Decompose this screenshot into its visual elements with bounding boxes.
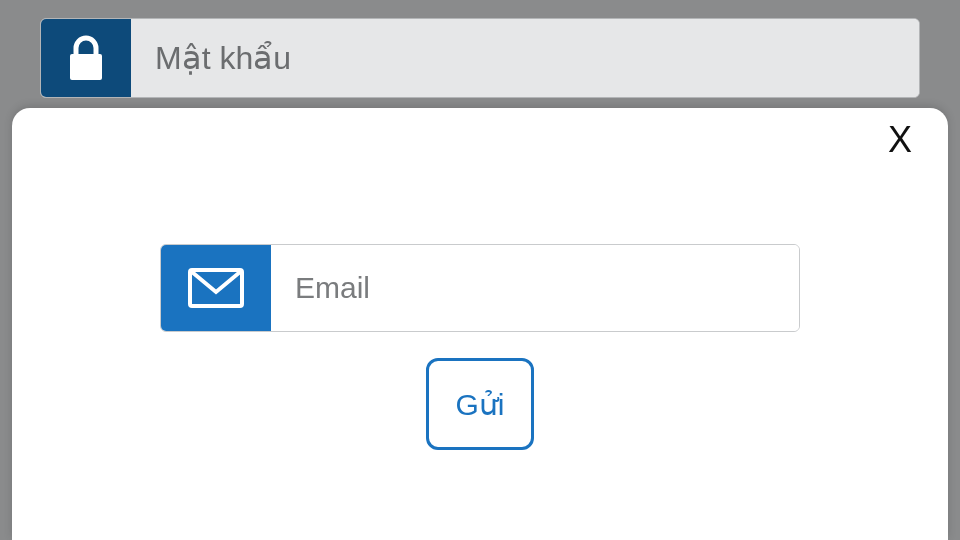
email-field-row	[160, 244, 800, 332]
password-field-row: Mật khẩu	[40, 18, 920, 98]
send-button-label: Gửi	[456, 387, 505, 422]
close-button[interactable]: X	[888, 122, 912, 158]
lock-icon	[41, 19, 131, 97]
forgot-password-modal: X Gửi	[12, 108, 948, 540]
modal-body: Gửi	[12, 244, 948, 450]
password-input-placeholder: Mật khẩu	[131, 19, 919, 97]
svg-rect-0	[70, 54, 102, 80]
send-button[interactable]: Gửi	[426, 358, 534, 450]
email-input[interactable]	[271, 245, 799, 331]
mail-icon	[161, 245, 271, 331]
